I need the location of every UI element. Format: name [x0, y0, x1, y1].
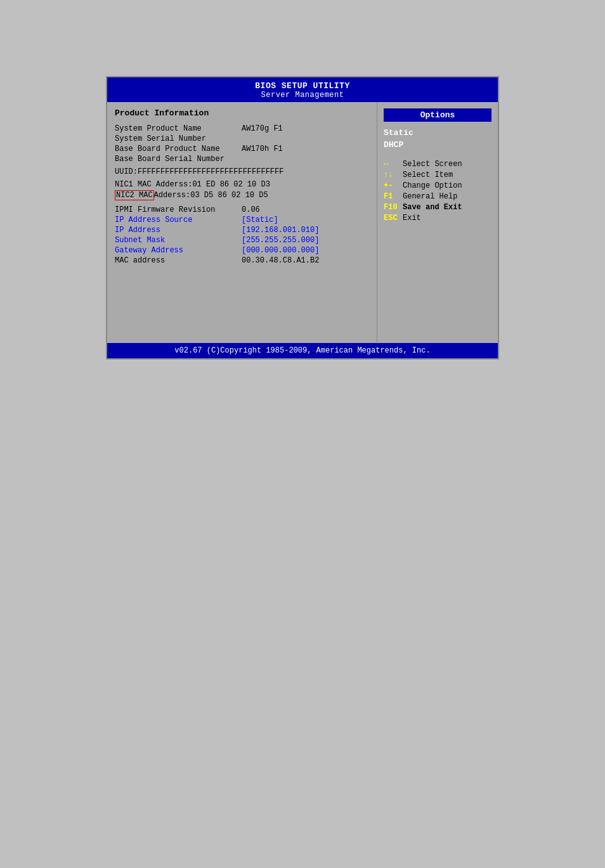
nic-block: NIC1 MAC Adderss:01 ED 86 02 10 D3 NIC2 … [115, 180, 369, 200]
right-panel: Options Static DHCP ↔ Select Screen ↑↓ S… [377, 102, 498, 343]
bios-body: Product Information System Product Name … [107, 102, 498, 343]
keybind-key-f1: F1 [384, 192, 403, 201]
firmware-revision-label: IPMI Firmware Revision [115, 205, 242, 214]
ip-source-label: IP Address Source [115, 216, 242, 224]
subnet-mask-label: Subnet Mask [115, 236, 242, 245]
ip-source-row: IP Address Source [Static] [115, 216, 369, 224]
keybind-key-plusminus: +- [384, 181, 403, 190]
keybind-key-f10: F10 [384, 203, 403, 212]
left-panel: Product Information System Product Name … [107, 102, 377, 343]
keybind-key-arrows: ↔ [384, 160, 403, 169]
mac-address-label: MAC address [115, 256, 242, 265]
system-product-name-row: System Product Name AW170g F1 [115, 124, 369, 133]
system-serial-row: System Serial Number [115, 134, 369, 143]
keybind-section: ↔ Select Screen ↑↓ Select Item +- Change… [384, 160, 491, 223]
firmware-revision-row: IPMI Firmware Revision 0.06 [115, 205, 369, 214]
keybind-select-item: ↑↓ Select Item [384, 171, 491, 179]
system-info-block: System Product Name AW170g F1 System Ser… [115, 124, 369, 164]
ip-address-value: [192.168.001.010] [242, 226, 319, 235]
system-product-value: AW170g F1 [242, 124, 283, 133]
subnet-mask-value: [255.255.255.000] [242, 236, 319, 245]
baseboard-product-label: Base Board Product Name [115, 145, 242, 153]
ip-address-row: IP Address [192.168.001.010] [115, 226, 369, 235]
footer-text: v02.67 (C)Copyright 1985-2009, American … [174, 346, 430, 355]
keybind-select-screen: ↔ Select Screen [384, 160, 491, 169]
keybind-exit: ESC Exit [384, 214, 491, 223]
keybind-desc-save-exit: Save and Exit [403, 203, 462, 212]
bios-title: BIOS SETUP UTILITY [107, 81, 498, 91]
mac-address-value: 00.30.48.C8.A1.B2 [242, 256, 319, 265]
system-product-label: System Product Name [115, 124, 242, 133]
baseboard-serial-label: Base Board Serial Number [115, 155, 242, 164]
keybind-change-option: +- Change Option [384, 181, 491, 190]
keybind-general-help: F1 General Help [384, 192, 491, 201]
option-dhcp[interactable]: DHCP [384, 140, 491, 150]
keybind-key-esc: ESC [384, 214, 403, 223]
bios-footer: v02.67 (C)Copyright 1985-2009, American … [107, 343, 498, 358]
keybind-save-exit: F10 Save and Exit [384, 203, 491, 212]
uuid-row: UUID:FFFFFFFFFFFFFFFFFFFFFFFFFFFFFFFF [115, 167, 369, 176]
subnet-mask-row: Subnet Mask [255.255.255.000] [115, 236, 369, 245]
baseboard-product-row: Base Board Product Name AW170h F1 [115, 145, 369, 153]
mac-address-row: MAC address 00.30.48.C8.A1.B2 [115, 256, 369, 265]
nic2-row: NIC2 MAC Adderss:03 D5 86 02 10 D5 [115, 190, 369, 200]
keybind-desc-exit: Exit [403, 214, 421, 223]
gateway-address-label: Gateway Address [115, 246, 242, 255]
baseboard-serial-row: Base Board Serial Number [115, 155, 369, 164]
keybind-desc-general-help: General Help [403, 192, 457, 201]
nic2-highlight: NIC2 MAC [115, 190, 154, 200]
firmware-revision-value: 0.06 [242, 205, 260, 214]
keybind-desc-select-screen: Select Screen [403, 160, 462, 169]
gateway-address-value: [000.000.000.000] [242, 246, 319, 255]
gateway-address-row: Gateway Address [000.000.000.000] [115, 246, 369, 255]
bios-subtitle: Server Management [107, 91, 498, 100]
firmware-block: IPMI Firmware Revision 0.06 IP Address S… [115, 205, 369, 265]
keybind-desc-change-option: Change Option [403, 181, 462, 190]
baseboard-product-value: AW170h F1 [242, 145, 283, 153]
section-title: Product Information [115, 108, 369, 118]
ip-source-value: [Static] [242, 216, 278, 224]
options-box: Options [384, 108, 491, 122]
nic1-row: NIC1 MAC Adderss:01 ED 86 02 10 D3 [115, 180, 369, 189]
ip-address-label: IP Address [115, 226, 242, 235]
bios-window: BIOS SETUP UTILITY Server Management Pro… [106, 76, 499, 360]
keybind-desc-select-item: Select Item [403, 171, 453, 179]
option-static[interactable]: Static [384, 128, 491, 138]
keybind-key-updown: ↑↓ [384, 171, 403, 179]
system-serial-label: System Serial Number [115, 134, 242, 143]
bios-header: BIOS SETUP UTILITY Server Management [107, 77, 498, 102]
